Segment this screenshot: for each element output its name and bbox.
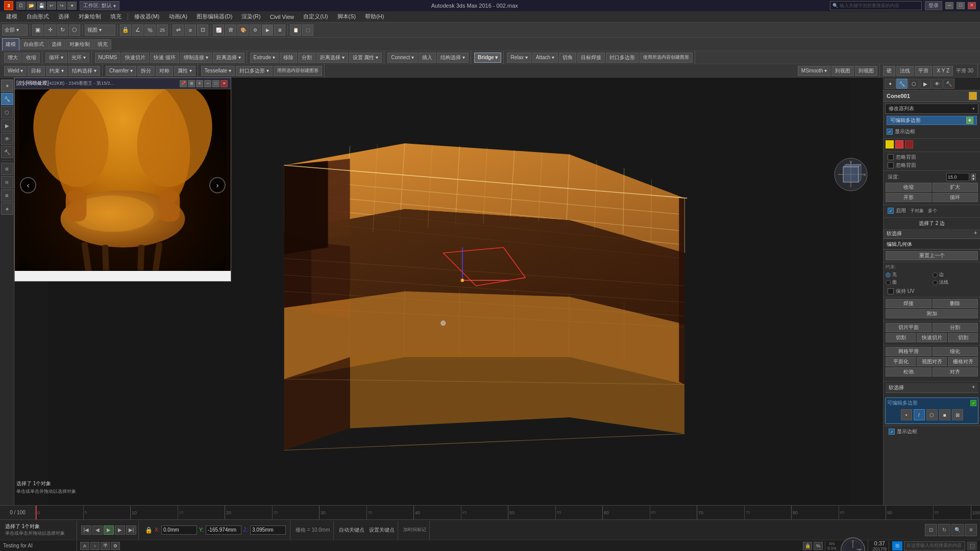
lock-icon[interactable]: 🔒 (145, 527, 153, 534)
ribbon-tab-select[interactable]: 选择 (48, 39, 65, 49)
distsel-btn[interactable]: 距离选择 ▾ (213, 53, 244, 63)
add-rp-btn[interactable]: 附加 (886, 309, 978, 318)
add-time-tag-btn[interactable]: 加时间标记 (403, 527, 426, 533)
chamfer-btn-r2[interactable]: 切角 (559, 53, 576, 63)
close-btn[interactable]: ✕ (968, 2, 976, 9)
preserve-uv-checkbox[interactable] (888, 288, 894, 294)
nurms-btn[interactable]: NURMS (95, 53, 121, 63)
edge-mode-btn[interactable]: / (914, 409, 925, 420)
align-btn[interactable]: ≡ (185, 24, 196, 36)
modify-panel-btn[interactable]: 🔧 (1, 93, 13, 105)
snap-toggle-btn[interactable]: 🔒 (803, 542, 812, 550)
poly-mode-btn[interactable]: ■ (939, 409, 950, 420)
ignore-back-checkbox[interactable] (888, 162, 894, 168)
quick-align-btn[interactable]: ⊡ (197, 24, 208, 36)
xyz-btn[interactable]: 平滑 (915, 66, 932, 76)
shape-from-sel-btn[interactable]: 用所选内容创建图形 (274, 66, 322, 76)
ref-window-titlebar[interactable]: (750×525像素, 422KB) - 2345看图王 - 第15/2... … (15, 78, 231, 89)
ribbon-tab-objectpaint[interactable]: 对象绘制 (66, 39, 93, 49)
cap-btn[interactable]: 封口多边形 (606, 53, 639, 63)
connect-btn[interactable]: Connect ▾ (387, 53, 418, 63)
rotate-btn[interactable]: ↻ (57, 24, 68, 36)
btn-a[interactable]: A (80, 542, 89, 550)
panel-tab-display[interactable]: 👁 (932, 79, 943, 89)
side-extra1[interactable]: ⊞ (1, 163, 13, 175)
tessellate-btn[interactable]: Tessellate ▾ (201, 66, 235, 76)
set-key-dropdown[interactable]: 设置关键点 (369, 527, 395, 534)
display-panel-btn[interactable]: 👁 (1, 133, 13, 145)
select-filter-dropdown[interactable]: 全部 ▾ (2, 24, 28, 36)
constraint-edge-radio[interactable] (933, 272, 938, 278)
menu-item-objectpaint[interactable]: 对象绘制 (75, 11, 105, 22)
taskbar-start[interactable]: ⊞ (892, 541, 902, 550)
refine-btn[interactable]: 细化 (933, 347, 978, 356)
play-btn[interactable]: ▶ (104, 525, 114, 535)
soft-sel-sub-header[interactable]: 软选择 + (886, 383, 978, 393)
mesh-smooth-btn[interactable]: 网格平滑 (886, 347, 932, 356)
dist-sel-btn2[interactable]: 距离选择 ▾ (316, 53, 348, 63)
grow-sel-btn[interactable]: 扩大 (933, 183, 978, 192)
chamfer-btn-r3[interactable]: Chamfer ▾ (106, 66, 136, 76)
menu-item-script[interactable]: 脚本(S) (333, 11, 360, 22)
mirror-btn[interactable]: ⇌ (173, 24, 184, 36)
loop-btn[interactable]: 循环 ▾ (45, 53, 67, 63)
next-frame-btn[interactable]: ▶ (115, 525, 125, 535)
undo-btn[interactable]: ↩ (47, 2, 56, 10)
ref-window-max-btn[interactable]: □ (212, 80, 219, 87)
depth-up-btn[interactable]: ▲ (971, 173, 976, 177)
msmooth-btn[interactable]: MSmooth ▾ (798, 66, 831, 76)
create-panel-btn[interactable]: ✦ (1, 80, 13, 92)
show-edges-checkbox[interactable]: ✓ (887, 129, 893, 135)
percentage-btn[interactable]: % (814, 542, 823, 550)
btn-half[interactable]: 半 (101, 542, 110, 550)
targetweld-btn[interactable]: 目标焊接 (577, 53, 605, 63)
menu-item-help[interactable]: 帮助(H) (361, 11, 388, 22)
menu-item-render[interactable]: 渲染(R) (237, 11, 264, 22)
depth-field[interactable]: 15.0 (946, 173, 969, 181)
prev-frame-btn[interactable]: ◀ (92, 525, 103, 535)
open-btn[interactable]: 📂 (27, 2, 36, 10)
next-image-btn[interactable]: › (209, 177, 226, 193)
move-btn[interactable]: ✛ (44, 24, 56, 36)
zoom-view-btn[interactable]: 🔍 (951, 524, 964, 536)
curve-editor-btn[interactable]: 📈 (213, 24, 224, 36)
sym-btn[interactable]: 对称 (156, 66, 173, 76)
taskbar-taskview[interactable]: ⬚ (967, 541, 977, 550)
caphole-btn[interactable]: 封口多边形 ▾ (236, 66, 273, 76)
orbit-view-btn[interactable]: ↻ (938, 524, 950, 536)
panel-tab-hierarchy[interactable]: ⬡ (908, 79, 919, 89)
snap2-btn[interactable]: 结构选择 ▾ (68, 66, 100, 76)
btn-arrow[interactable]: › (90, 542, 100, 550)
normal-btn[interactable]: 法线 (896, 66, 914, 76)
target-btn[interactable]: 目标 (28, 66, 45, 76)
relax-btn[interactable]: Relax ▾ (507, 53, 531, 63)
menu-item-populate[interactable]: 填充 (106, 11, 126, 22)
ref-window-pin-btn[interactable]: 📌 (180, 80, 187, 87)
move-icon-btn[interactable]: 移除 (280, 53, 297, 63)
object-color-swatch[interactable] (969, 92, 977, 100)
menu-item-civilview[interactable]: Civil View (266, 11, 298, 22)
panel-tab-modify[interactable]: 🔧 (896, 79, 908, 89)
bridge-btn[interactable]: Bridge ▾ (474, 53, 501, 63)
constraint-normal-radio[interactable] (933, 280, 938, 285)
prop-btn-r3[interactable]: 属性 ▾ (174, 66, 195, 76)
menu-item-animate[interactable]: 动画(A) (165, 11, 192, 22)
minimize-btn[interactable]: ─ (945, 2, 953, 9)
soft-sel-header[interactable]: 软选择 + (884, 229, 980, 239)
toview-btn[interactable]: 到视图 (831, 66, 854, 76)
panel-tab-motion[interactable]: ▶ (920, 79, 931, 89)
ref-window-settings-btn[interactable]: ≡ (196, 80, 203, 87)
angle-snap-btn[interactable]: ∠ (132, 24, 143, 36)
ref-window-min-btn[interactable]: ─ (204, 80, 211, 87)
constraint-none-radio[interactable] (886, 272, 891, 278)
border-mode-btn[interactable]: ⬡ (926, 409, 938, 420)
menu-item-modeling[interactable]: 建模 (2, 11, 21, 22)
structsel-btn[interactable]: 结构选择 ▾ (437, 53, 469, 63)
render-setup-btn[interactable]: ⚙ (250, 24, 261, 36)
menu-item-modifier[interactable]: 修改器(M) (130, 11, 164, 22)
stack-eye-btn[interactable]: 👁 (966, 117, 973, 124)
side-extra4[interactable]: ◈ (1, 203, 13, 215)
editable-poly-stack-item[interactable]: 可编辑多边形 👁 (887, 116, 977, 125)
constrain-btn[interactable]: 绑制连接 ▾ (180, 53, 212, 63)
hierarchy-panel-btn[interactable]: ⬡ (1, 106, 13, 118)
